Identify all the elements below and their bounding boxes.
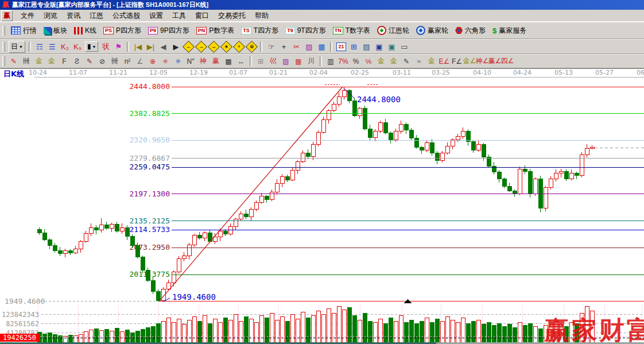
shift-left-button[interactable]: ← bbox=[182, 41, 195, 52]
first-page-button[interactable]: |◀ bbox=[131, 41, 144, 52]
fib-ruler-button[interactable]: F bbox=[58, 56, 71, 67]
n-wave-button[interactable]: N″ bbox=[184, 56, 197, 67]
toolbar-winner-service-button[interactable]: $赢家服务 bbox=[489, 25, 530, 37]
candle-body bbox=[115, 224, 119, 231]
menu-file[interactable]: 文件 bbox=[16, 10, 39, 21]
last-page-button[interactable]: ▶| bbox=[144, 41, 157, 52]
fan-red-button[interactable]: 巛 bbox=[267, 56, 280, 67]
volume-bar bbox=[342, 310, 346, 342]
expand-view-button[interactable]: + bbox=[232, 41, 245, 52]
angle-tool-button[interactable]: ∠ bbox=[134, 56, 146, 67]
percent-line-button[interactable]: ℅ bbox=[362, 56, 375, 67]
next-bar-button[interactable]: ▶ bbox=[169, 41, 182, 52]
parallel-lines-button[interactable]: 川 bbox=[305, 56, 317, 67]
gold-lines-button[interactable]: 金 bbox=[387, 56, 400, 67]
kline-3-button[interactable]: K₃ bbox=[59, 41, 71, 52]
gann-tool-blue-button[interactable]: ▦ bbox=[315, 41, 328, 52]
shen-angle-button[interactable]: 神∠ bbox=[476, 56, 488, 67]
web-blue-button[interactable]: ✳ bbox=[172, 56, 184, 67]
menu-formula-select[interactable]: 公式选股 bbox=[108, 10, 145, 21]
spiral-ruler-button[interactable]: Ƨ bbox=[71, 56, 83, 67]
price-bars-button[interactable]: ▥ bbox=[324, 56, 337, 67]
cut-tool-button[interactable]: ✂ bbox=[290, 41, 302, 52]
time-ruler-button[interactable]: 卌 bbox=[108, 56, 121, 67]
menu-window[interactable]: 窗口 bbox=[191, 10, 214, 21]
draw-pen-button[interactable]: ✎ bbox=[7, 56, 20, 67]
menu-trade[interactable]: 交易委托 bbox=[214, 10, 250, 21]
reset-scale-button[interactable]: ⊕ bbox=[245, 41, 258, 52]
gold-circle-button[interactable]: 金 bbox=[375, 56, 387, 67]
percent-band-button[interactable]: 7% bbox=[337, 56, 350, 67]
toolbar-winner-wheel-button[interactable]: 赢家轮 bbox=[413, 25, 452, 37]
menu-browse[interactable]: 浏览 bbox=[39, 10, 62, 21]
app-menu-icon[interactable]: 赢 bbox=[1, 10, 13, 21]
kline-9-button[interactable]: K₉ bbox=[71, 41, 84, 52]
print-button[interactable]: ▭ bbox=[398, 41, 410, 52]
gold-underline-button[interactable]: 金 bbox=[425, 56, 438, 67]
compress-view-button[interactable]: ∗ bbox=[220, 41, 232, 52]
cn-marker-button[interactable]: 状 bbox=[99, 41, 112, 52]
toolbar-kline-button[interactable]: K线 bbox=[71, 25, 100, 37]
kline-style-dropdown[interactable]: ▮▼ bbox=[85, 41, 99, 52]
prev-bar-button[interactable]: ◀ bbox=[157, 41, 169, 52]
shift-right-button[interactable]: → bbox=[195, 41, 207, 52]
gold-angle-button[interactable]: 金∠ bbox=[463, 56, 476, 67]
toolbar-9p-square-button[interactable]: P99P四方形 bbox=[145, 25, 193, 37]
trend-chart-button[interactable]: ☶ bbox=[33, 41, 46, 52]
toolbar-p-square-button[interactable]: PSP四方形 bbox=[100, 25, 145, 37]
angle-pen-button[interactable]: ✎ bbox=[83, 56, 96, 67]
notes-button[interactable]: ▤ bbox=[360, 41, 373, 52]
period-daily-dropdown[interactable]: 日▼ bbox=[9, 41, 25, 53]
toolbar-p-number-table-button[interactable]: PNP数字表 bbox=[193, 25, 238, 37]
9t-square-icon: T9 bbox=[285, 27, 295, 34]
shen-ruler-button[interactable]: 神 bbox=[197, 56, 210, 67]
e-angle-button[interactable]: E∠ bbox=[438, 56, 451, 67]
menu-settings[interactable]: 设置 bbox=[145, 10, 168, 21]
flag-marker-button[interactable]: ⚑ bbox=[112, 41, 125, 52]
percent-button[interactable]: % bbox=[350, 56, 362, 67]
data-list-button[interactable]: ☰ bbox=[46, 41, 59, 52]
fan-purple-button[interactable]: ▨ bbox=[280, 56, 292, 67]
chart-area[interactable]: 12384234382561562412807812444.80002382.8… bbox=[0, 68, 644, 342]
toolbar-hexagon-button[interactable]: 六角形 bbox=[452, 25, 489, 37]
calculator-button[interactable]: ⊞ bbox=[347, 41, 360, 52]
candle-body bbox=[389, 133, 393, 140]
n-square-button[interactable]: n² bbox=[121, 56, 134, 67]
gann-ruler-button[interactable]: 卌 bbox=[20, 56, 33, 67]
grid-red-button[interactable]: ▩ bbox=[292, 56, 305, 67]
toolbar-9t-square-button[interactable]: T99T四方形 bbox=[282, 25, 329, 37]
target-circle-button[interactable]: ⊕ bbox=[146, 56, 159, 67]
toolbar-separator bbox=[127, 42, 129, 52]
cycle-circle-button[interactable]: ⊘ bbox=[96, 56, 108, 67]
toolbar-t-number-table-button[interactable]: TNT数字表 bbox=[329, 25, 374, 37]
gold-ruler-1-button[interactable]: 金 bbox=[33, 56, 45, 67]
toolbar-sectors-button[interactable]: 板块 bbox=[40, 25, 71, 37]
toolbar-quotes-button[interactable]: 行情 bbox=[7, 25, 40, 37]
save-button[interactable]: ▣ bbox=[373, 41, 385, 52]
menu-gann[interactable]: 江恩 bbox=[85, 10, 108, 21]
export-data-button[interactable]: ▣ bbox=[385, 41, 398, 52]
price-ruler-button[interactable]: ▦ bbox=[222, 56, 235, 67]
frame-select-button[interactable]: ⊞ bbox=[254, 56, 267, 67]
gann-tool-purple-button[interactable]: ▨ bbox=[302, 41, 315, 52]
ying-ruler-button[interactable]: 赢 bbox=[210, 56, 222, 67]
toolbar-t-square-button[interactable]: TST四方形 bbox=[238, 25, 282, 37]
width-measure-button[interactable]: ↔ bbox=[235, 56, 247, 67]
volume-bar bbox=[482, 324, 486, 342]
f-angle-button[interactable]: F∠ bbox=[451, 56, 463, 67]
ying-angle-button[interactable]: 赢∠ bbox=[488, 56, 501, 67]
four-angle-button[interactable]: 四∠ bbox=[501, 56, 514, 67]
gold-ruler-2-button[interactable]: 金 bbox=[45, 56, 58, 67]
menu-help[interactable]: 帮助 bbox=[250, 10, 273, 21]
draw-pen-2-button[interactable]: ✎ bbox=[400, 56, 413, 67]
hand-tool-button[interactable]: ☞ bbox=[265, 41, 277, 52]
menu-news[interactable]: 资讯 bbox=[62, 10, 85, 21]
toolbar-gann-wheel-button[interactable]: 江恩轮 bbox=[374, 25, 413, 37]
wave-tool-button[interactable]: ≈ bbox=[413, 56, 425, 67]
expand-horizontal-button[interactable]: ↔ bbox=[207, 41, 220, 52]
crosshair-tool-button[interactable]: + bbox=[277, 41, 290, 52]
menu-tools[interactable]: 工具 bbox=[168, 10, 191, 21]
web-red-button[interactable]: ✳ bbox=[159, 56, 172, 67]
title-bar: 赢 赢家江恩专业版[赢家内部服务平台] - [上证指数 SH1A0001-167… bbox=[0, 0, 644, 10]
calendar-button[interactable]: 21 bbox=[335, 41, 347, 52]
